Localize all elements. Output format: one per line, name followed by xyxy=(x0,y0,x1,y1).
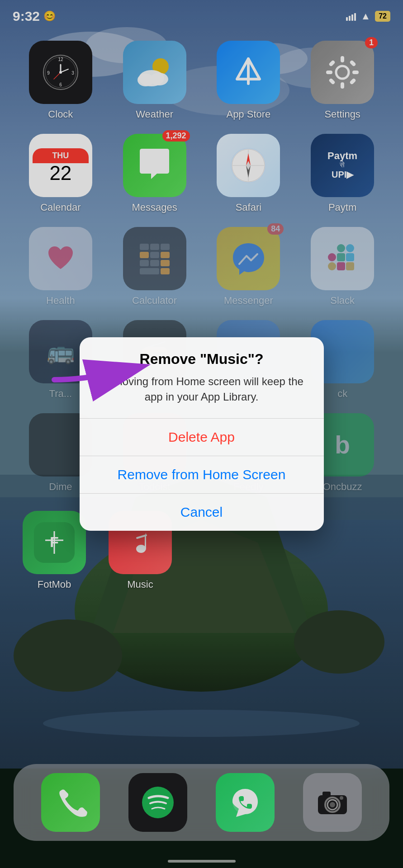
remove-app-dialog: Remove "Music"? Removing from Home scree… xyxy=(80,337,324,530)
delete-app-button[interactable]: Delete App xyxy=(80,419,324,456)
dialog-overlay: Remove "Music"? Removing from Home scree… xyxy=(0,0,403,868)
remove-from-homescreen-button[interactable]: Remove from Home Screen xyxy=(80,456,324,494)
dialog-title: Remove "Music"? xyxy=(98,351,306,368)
dialog-content: Remove "Music"? Removing from Home scree… xyxy=(80,337,324,409)
dialog-message: Removing from Home screen will keep the … xyxy=(98,374,306,404)
cancel-button[interactable]: Cancel xyxy=(80,494,324,531)
